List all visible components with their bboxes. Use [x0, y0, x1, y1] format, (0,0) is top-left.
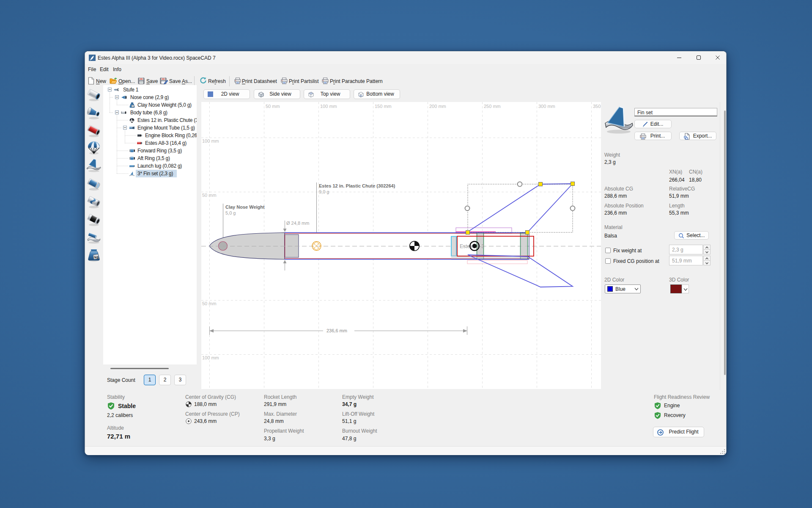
svg-text:Estes 12 in. Plastic Chute (30: Estes 12 in. Plastic Chute (302264) — [319, 183, 395, 188]
svg-text:250 mm: 250 mm — [484, 104, 501, 109]
svg-text:5,0 g: 5,0 g — [225, 210, 236, 215]
svg-text:200 mm: 200 mm — [429, 104, 446, 109]
svg-text:350: 350 — [593, 104, 601, 109]
svg-text:50 mm: 50 mm — [202, 193, 217, 198]
svg-text:100 mm: 100 mm — [202, 138, 219, 144]
svg-text:100 mm: 100 mm — [202, 355, 219, 360]
svg-text:236,6 mm: 236,6 mm — [326, 328, 347, 333]
svg-text:100 mm: 100 mm — [320, 104, 337, 109]
svg-text:150 mm: 150 mm — [375, 104, 392, 109]
svg-text:Clay Nose Weight: Clay Nose Weight — [225, 204, 265, 210]
svg-text:9,0 g: 9,0 g — [319, 189, 329, 194]
svg-text:Ø 24,8 mm: Ø 24,8 mm — [286, 221, 309, 226]
svg-text:300 mm: 300 mm — [538, 104, 555, 109]
svg-text:kg: kg — [94, 255, 99, 259]
svg-text:Estes A8-3: Estes A8-3 — [460, 243, 484, 249]
svg-text:50 mm: 50 mm — [266, 104, 280, 109]
svg-text:50 mm: 50 mm — [202, 301, 217, 306]
